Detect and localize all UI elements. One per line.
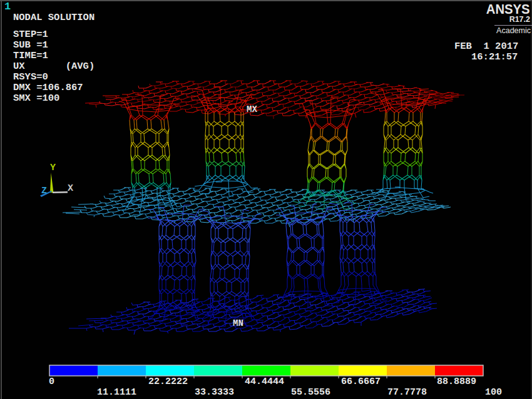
svg-text:77.7778: 77.7778 [387, 387, 427, 398]
svg-text:11.1111: 11.1111 [97, 387, 136, 398]
svg-text:Y: Y [50, 163, 56, 173]
svg-text:55.5556: 55.5556 [291, 387, 330, 398]
svg-text:0: 0 [49, 376, 54, 387]
svg-text:88.8889: 88.8889 [437, 376, 476, 387]
svg-text:X: X [68, 183, 73, 194]
svg-text:MX: MX [247, 104, 257, 114]
svg-text:22.2222: 22.2222 [148, 376, 188, 387]
svg-text:100: 100 [485, 387, 502, 398]
svg-text:Z: Z [41, 186, 47, 196]
svg-text:33.3333: 33.3333 [195, 387, 234, 398]
svg-text:66.6667: 66.6667 [341, 376, 381, 387]
svg-text:44.4444: 44.4444 [245, 376, 284, 387]
svg-text:MN: MN [233, 318, 243, 328]
